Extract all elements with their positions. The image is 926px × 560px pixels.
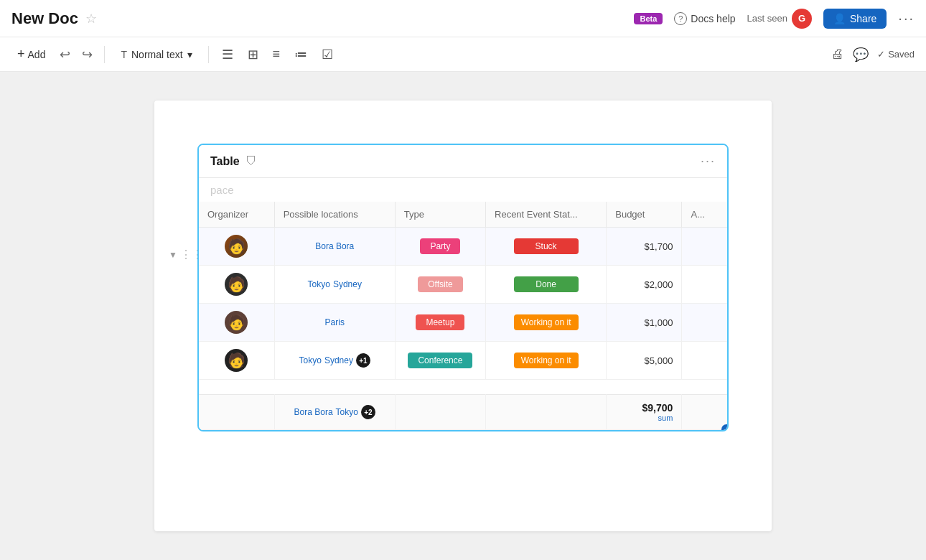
top-bar-left: New Doc ☆	[11, 9, 97, 28]
check-icon: ✓	[877, 49, 885, 60]
status-badge: Working on it	[514, 353, 579, 368]
a-cell	[682, 342, 727, 380]
filter-icon[interactable]: ⛉	[245, 155, 257, 168]
question-icon: ?	[674, 12, 687, 25]
a-cell	[682, 228, 727, 266]
type-badge: Conference	[408, 353, 472, 368]
location-tag[interactable]: Paris	[325, 317, 345, 327]
text-style-dropdown[interactable]: T Normal text ▾	[113, 46, 199, 63]
resize-handle[interactable]	[721, 424, 729, 431]
a-cell	[682, 266, 727, 304]
share-icon: 👤	[833, 13, 846, 24]
ordered-list-icon[interactable]: ≔	[290, 44, 312, 65]
table-row: 🧑 Bora Bora Party	[199, 228, 727, 266]
table-row: 🧑 Tokyo Sydney Of	[199, 266, 727, 304]
summary-location-tag[interactable]: Tokyo	[336, 407, 358, 417]
status-cell: Done	[486, 266, 607, 304]
table-row: 🧑 Paris Meetup	[199, 304, 727, 342]
more-options-icon[interactable]: ···	[898, 10, 915, 27]
summary-type	[395, 395, 485, 430]
empty-row	[199, 380, 727, 395]
status-cell: Working on it	[486, 304, 607, 342]
share-button[interactable]: 👤 Share	[823, 9, 887, 29]
type-badge: Party	[420, 238, 460, 254]
summary-total: $9,700	[615, 402, 673, 414]
budget-cell: $1,000	[607, 304, 682, 342]
toolbar-left: + Add ↩ ↪ T Normal text ▾ ☰ ⊞ ≡ ≔ ☑	[11, 44, 826, 65]
toolbar-separator-2	[208, 46, 209, 63]
col-header-status: Recent Event Stat...	[486, 202, 607, 228]
location-tag[interactable]: Sydney	[324, 355, 353, 365]
summary-row: Bora Bora Tokyo +2 $9,700 sum	[199, 395, 727, 430]
location-cell: Tokyo Sydney +1	[274, 342, 395, 380]
toolbar-right: 🖨 💬 ✓ Saved	[831, 47, 915, 62]
docs-help-button[interactable]: ? Docs help	[674, 12, 735, 25]
table-container: Table ⛉ ··· pace Organizer Possible loca…	[197, 144, 729, 431]
col-header-budget: Budget	[607, 202, 682, 228]
table-title: Table	[210, 155, 240, 168]
bullet-list-icon[interactable]: ≡	[268, 44, 285, 65]
status-badge: Working on it	[514, 314, 579, 330]
last-seen: Last seen G	[747, 9, 812, 29]
table-wrapper: Organizer Possible locations Type Recent…	[199, 202, 727, 430]
saved-indicator: ✓ Saved	[877, 49, 915, 60]
summary-locations: Bora Bora Tokyo +2	[274, 395, 395, 430]
main-content: ▼ ⋮⋮ Table ⛉ ··· pace	[0, 72, 926, 560]
type-cell: Offsite	[395, 266, 485, 304]
location-tag[interactable]: Tokyo	[299, 355, 322, 365]
budget-cell: $1,700	[607, 228, 682, 266]
undo-button[interactable]: ↩	[57, 44, 73, 65]
type-cell: Conference	[395, 342, 485, 380]
organizer-cell: 🧑	[199, 304, 274, 342]
table-header-bar: Table ⛉ ···	[199, 145, 727, 178]
location-tag[interactable]: Bora Bora	[315, 241, 354, 251]
toolbar-separator-1	[104, 46, 105, 63]
table-header-left: Table ⛉	[210, 155, 257, 168]
a-cell	[682, 304, 727, 342]
avatar: 🧑	[225, 235, 248, 258]
chevron-down-icon: ▾	[187, 49, 192, 60]
table-row: 🧑 Tokyo Sydney +1	[199, 342, 727, 380]
avatar: 🧑	[225, 349, 248, 372]
col-header-organizer: Organizer	[199, 202, 274, 228]
table-more-icon[interactable]: ···	[701, 154, 716, 169]
col-header-type: Type	[395, 202, 485, 228]
space-input[interactable]: pace	[199, 178, 727, 202]
comment-icon[interactable]: 💬	[853, 47, 869, 62]
user-avatar: G	[792, 9, 812, 29]
text-style-label: Normal text	[131, 49, 183, 60]
location-cell: Tokyo Sydney	[274, 266, 395, 304]
doc-title: New Doc	[11, 9, 78, 28]
summary-a	[682, 395, 727, 430]
type-cell: Meetup	[395, 304, 485, 342]
top-bar: New Doc ☆ Beta ? Docs help Last seen G 👤…	[0, 0, 926, 37]
location-cell: Paris	[274, 304, 395, 342]
print-icon[interactable]: 🖨	[831, 47, 844, 62]
organizer-cell: 🧑	[199, 228, 274, 266]
add-button[interactable]: + Add	[11, 44, 51, 65]
organizer-cell: 🧑	[199, 342, 274, 380]
summary-location-tag[interactable]: Bora Bora	[294, 407, 333, 417]
more-locations-badge[interactable]: +1	[356, 353, 370, 368]
checkbox-icon[interactable]: ☑	[317, 44, 337, 65]
share-label: Share	[850, 13, 876, 24]
text-icon: T	[121, 49, 127, 60]
type-cell: Party	[395, 228, 485, 266]
location-tag[interactable]: Sydney	[333, 279, 362, 289]
summary-more-badge[interactable]: +2	[361, 405, 375, 419]
document-page: ▼ ⋮⋮ Table ⛉ ··· pace	[154, 101, 772, 531]
data-table: Organizer Possible locations Type Recent…	[199, 202, 727, 430]
star-icon[interactable]: ☆	[85, 11, 97, 27]
add-label: Add	[28, 49, 46, 60]
table-icon[interactable]: ⊞	[243, 44, 263, 65]
collapse-arrow-icon[interactable]: ▼	[169, 250, 177, 260]
col-header-locations: Possible locations	[274, 202, 395, 228]
status-badge: Done	[514, 276, 579, 292]
align-icon[interactable]: ☰	[218, 44, 238, 65]
summary-budget: $9,700 sum	[607, 395, 682, 430]
redo-button[interactable]: ↪	[79, 44, 95, 65]
beta-badge: Beta	[634, 13, 663, 24]
avatar: 🧑	[225, 273, 248, 296]
type-badge: Meetup	[416, 314, 464, 330]
location-tag[interactable]: Tokyo	[308, 279, 330, 289]
